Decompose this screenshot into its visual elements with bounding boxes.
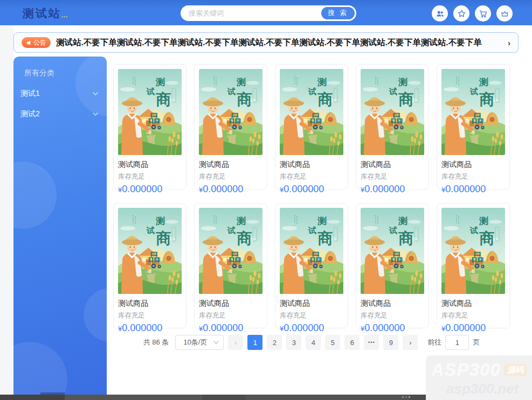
category-sidebar: 所有分类 测试1 测试2 bbox=[13, 57, 107, 400]
svg-text:品: 品 bbox=[229, 251, 240, 263]
page-button[interactable]: 9 bbox=[383, 335, 398, 350]
product-card[interactable]: 测 试 商 品 测试商品 库存充足 ¥0.000000 bbox=[356, 64, 429, 190]
svg-text:试: 试 bbox=[308, 87, 316, 96]
svg-text:商: 商 bbox=[156, 91, 171, 108]
page-button[interactable]: 2 bbox=[267, 335, 282, 350]
product-title: 测试商品 bbox=[441, 299, 505, 308]
users-icon[interactable] bbox=[432, 5, 448, 22]
bottom-bar-segment bbox=[245, 395, 410, 400]
product-stock: 库存充足 bbox=[280, 172, 343, 181]
page-size-select[interactable]: 10条/页 bbox=[175, 335, 224, 350]
svg-text:测: 测 bbox=[317, 77, 327, 87]
search-button[interactable]: 搜 索 bbox=[321, 7, 355, 19]
product-card[interactable]: 测 试 商 品 测试商品 库存充足 ¥0.000000 bbox=[194, 203, 267, 328]
product-stock: 库存充足 bbox=[361, 311, 424, 320]
page-button[interactable]: 1 bbox=[247, 335, 262, 350]
product-card[interactable]: 测 试 商 品 测试商品 库存充足 ¥0.000000 bbox=[437, 64, 510, 190]
svg-text:商: 商 bbox=[479, 230, 494, 247]
svg-text:测: 测 bbox=[155, 77, 165, 87]
product-stock: 库存充足 bbox=[118, 172, 182, 181]
product-title: 测试商品 bbox=[280, 160, 343, 170]
next-page-button[interactable]: › bbox=[403, 335, 418, 350]
product-title: 测试商品 bbox=[199, 299, 262, 308]
search-bar: 搜 索 bbox=[181, 5, 356, 21]
product-title: 测试商品 bbox=[280, 299, 343, 308]
crown-icon-glyph bbox=[500, 9, 509, 18]
watermark-badge: 源码 bbox=[504, 364, 527, 376]
search-input[interactable] bbox=[181, 9, 321, 17]
bottom-bar-segment bbox=[65, 395, 202, 400]
product-title: 测试商品 bbox=[361, 160, 424, 170]
product-price: ¥0.000000 bbox=[280, 184, 343, 195]
watermark-url: asp300.net bbox=[431, 381, 532, 397]
bottom-bar-dot bbox=[409, 396, 410, 398]
prev-page-button[interactable]: ‹ bbox=[228, 335, 243, 350]
svg-text:品: 品 bbox=[391, 112, 402, 124]
product-price: ¥0.000000 bbox=[441, 184, 505, 195]
svg-text:商: 商 bbox=[317, 230, 333, 247]
product-grid: 测 试 商 品 测试商品 库存充足 ¥0.000000 bbox=[113, 64, 510, 328]
decor-bubble bbox=[84, 288, 107, 342]
left-gutter bbox=[0, 25, 13, 400]
product-card[interactable]: 测 试 商 品 测试商品 库存充足 ¥0.000000 bbox=[437, 203, 510, 328]
cart-icon-glyph bbox=[479, 9, 488, 18]
svg-text:商: 商 bbox=[237, 230, 252, 247]
svg-text:品: 品 bbox=[148, 251, 160, 263]
announcement-badge: 公告 bbox=[22, 37, 51, 48]
svg-text:试: 试 bbox=[389, 87, 397, 96]
price-amount: 0.000000 bbox=[284, 322, 324, 333]
product-card[interactable]: 测 试 商 品 测试商品 库存充足 ¥0.000000 bbox=[113, 64, 186, 190]
product-card[interactable]: 测 试 商 品 测试商品 库存充足 ¥0.000000 bbox=[275, 64, 348, 190]
product-stock: 库存充足 bbox=[199, 311, 262, 320]
product-card[interactable]: 测 试 商 品 测试商品 库存充足 ¥0.000000 bbox=[194, 64, 267, 190]
star-icon[interactable] bbox=[453, 5, 469, 22]
product-stock: 库存充足 bbox=[361, 172, 424, 181]
category-label: 测试2 bbox=[20, 109, 40, 119]
category-list: 测试1 测试2 bbox=[13, 83, 107, 124]
product-price: ¥0.000000 bbox=[199, 322, 262, 334]
pagination: 共 86 条 10条/页 ‹ 123456•••9 › 前往 页 bbox=[113, 335, 510, 350]
goto-page-input[interactable] bbox=[445, 335, 469, 350]
price-amount: 0.000000 bbox=[122, 322, 162, 333]
product-card[interactable]: 测 试 商 品 测试商品 库存充足 ¥0.000000 bbox=[275, 203, 348, 328]
product-stock: 库存充足 bbox=[199, 172, 262, 181]
product-illustration: 测 试 商 品 bbox=[361, 208, 424, 294]
svg-text:试: 试 bbox=[308, 226, 316, 235]
product-card[interactable]: 测 试 商 品 测试商品 库存充足 ¥0.000000 bbox=[356, 203, 429, 328]
announcement-next-icon[interactable]: › bbox=[502, 38, 510, 47]
svg-text:测: 测 bbox=[236, 216, 246, 226]
product-stock: 库存充足 bbox=[441, 311, 505, 320]
product-image: 测 试 商 品 bbox=[118, 208, 182, 294]
page-button[interactable]: 4 bbox=[306, 335, 321, 350]
product-image: 测 试 商 品 bbox=[361, 208, 424, 294]
decor-bubble bbox=[13, 162, 57, 229]
product-card[interactable]: 测 试 商 品 测试商品 库存充足 ¥0.000000 bbox=[113, 203, 186, 328]
cart-icon[interactable] bbox=[475, 5, 491, 22]
svg-text:测: 测 bbox=[317, 216, 327, 226]
chevron-down-icon bbox=[93, 92, 98, 96]
product-image: 测 试 商 品 bbox=[118, 69, 182, 155]
svg-text:品: 品 bbox=[472, 112, 483, 124]
site-logo[interactable]: 测试站... bbox=[23, 6, 68, 21]
sidebar-category-item[interactable]: 测试1 bbox=[13, 83, 107, 104]
crown-icon[interactable] bbox=[496, 5, 513, 22]
category-label: 测试1 bbox=[20, 89, 40, 99]
page-button[interactable]: 5 bbox=[325, 335, 340, 350]
product-image: 测 试 商 品 bbox=[199, 208, 262, 294]
announcement-bar: 公告 测试站.不要下单测试站.不要下单测试站.不要下单测试站.不要下单测试站.不… bbox=[13, 32, 519, 53]
svg-text:商: 商 bbox=[156, 230, 171, 247]
product-stock: 库存充足 bbox=[441, 172, 505, 181]
logo-dots: ... bbox=[61, 12, 68, 18]
price-amount: 0.000000 bbox=[122, 184, 162, 194]
product-price: ¥0.000000 bbox=[280, 322, 343, 334]
users-icon-glyph bbox=[436, 9, 445, 18]
product-illustration: 测 试 商 品 bbox=[280, 69, 343, 155]
sidebar-category-item[interactable]: 测试2 bbox=[13, 104, 107, 124]
page-button[interactable]: 3 bbox=[286, 335, 301, 350]
page-ellipsis-button[interactable]: ••• bbox=[364, 335, 379, 350]
page-list: 123456•••9 bbox=[247, 335, 398, 350]
svg-text:商: 商 bbox=[398, 91, 413, 108]
product-illustration: 测 试 商 品 bbox=[118, 208, 182, 294]
product-illustration: 测 试 商 品 bbox=[199, 69, 262, 155]
page-button[interactable]: 6 bbox=[344, 335, 360, 350]
